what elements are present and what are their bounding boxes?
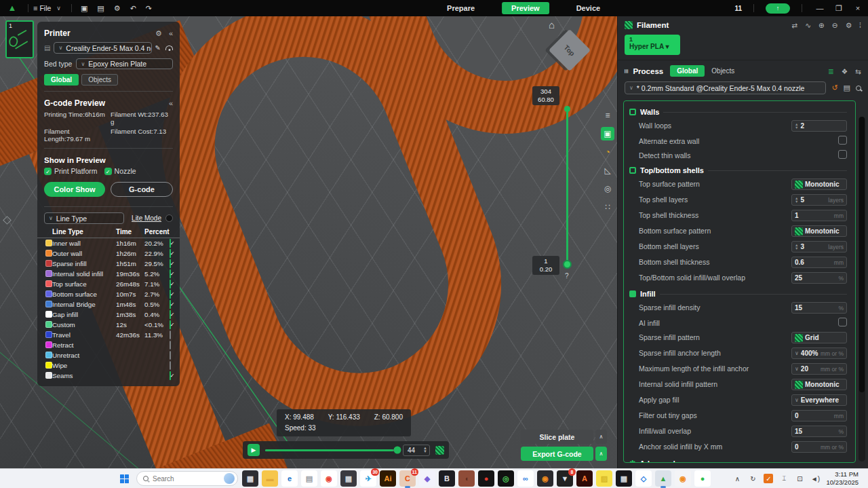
downloads-app[interactable]: ▼ 8 bbox=[557, 470, 573, 487]
search-highlight-icon[interactable] bbox=[224, 473, 235, 484]
photos-app[interactable]: ▦ bbox=[242, 470, 258, 487]
calculator[interactable]: ▦ bbox=[340, 470, 357, 487]
setting-input[interactable]: 1mm bbox=[791, 210, 847, 221]
setting-pattern-select[interactable]: Monotonic bbox=[791, 225, 847, 237]
save-icon[interactable]: ▤ bbox=[97, 4, 104, 13]
printer-settings-gear-icon[interactable]: ⚙ bbox=[155, 29, 162, 38]
taskbar-clock[interactable]: 3:11 PM 10/23/2025 bbox=[826, 470, 861, 487]
close-button[interactable]: × bbox=[852, 4, 864, 12]
setting-pattern-select[interactable]: Monotonic bbox=[791, 379, 847, 390]
layers-list-icon[interactable]: ≡ bbox=[601, 109, 614, 122]
telegram[interactable]: ✈ 30 bbox=[360, 470, 376, 487]
checkbox-icon[interactable] bbox=[104, 168, 112, 175]
setting-pattern-select[interactable]: Monotonic bbox=[791, 179, 847, 190]
parameter-table-icon[interactable]: ≣ bbox=[828, 67, 834, 75]
line-visibility-checkbox[interactable] bbox=[170, 371, 171, 380]
spinner-arrows-icon[interactable]: ▲▼ bbox=[795, 197, 798, 204]
setting-select[interactable]: ∨ 20mm or % bbox=[791, 363, 847, 375]
start-button[interactable] bbox=[117, 471, 132, 487]
maximize-button[interactable]: ❐ bbox=[833, 4, 845, 13]
blender[interactable]: ◉ bbox=[537, 470, 553, 487]
edit-printer-icon[interactable]: ✎ bbox=[155, 44, 161, 52]
color-show-button[interactable]: Color Show bbox=[44, 182, 105, 197]
recorder-app[interactable]: ● bbox=[478, 470, 494, 487]
meta-app[interactable]: ∞ bbox=[517, 470, 534, 487]
setting-select[interactable]: ∨ Everywhere bbox=[791, 394, 847, 406]
display-icon[interactable]: ⊡ bbox=[795, 474, 804, 483]
layer-slider-top-handle[interactable] bbox=[564, 106, 570, 112]
sphere-app[interactable]: ◖ bbox=[458, 470, 475, 487]
file-menu[interactable]: ≡ File bbox=[33, 4, 51, 12]
process-tab-objects[interactable]: Objects bbox=[705, 65, 741, 77]
step-spinner-icons[interactable]: ▲▼ bbox=[423, 447, 427, 453]
slice-options-caret[interactable]: ∧ bbox=[595, 430, 607, 444]
layer-slider-track[interactable] bbox=[566, 110, 568, 265]
redo-icon[interactable]: ↷ bbox=[146, 4, 152, 13]
settings-scrollbar[interactable] bbox=[859, 117, 865, 462]
checkbox-icon[interactable] bbox=[44, 168, 52, 175]
minimize-button[interactable]: — bbox=[814, 4, 826, 12]
grid-app[interactable]: ▦ bbox=[616, 470, 632, 487]
line-visibility-checkbox[interactable] bbox=[170, 259, 171, 268]
undo-icon[interactable]: ↶ bbox=[130, 4, 136, 13]
home-view-icon[interactable]: ⌂ bbox=[549, 19, 555, 31]
process-tab-global[interactable]: Global bbox=[670, 65, 705, 77]
green-app[interactable]: ● bbox=[694, 470, 711, 487]
setting-checkbox[interactable] bbox=[838, 150, 847, 159]
blender-2[interactable]: ◉ bbox=[675, 470, 691, 487]
volume-icon[interactable]: ◄) bbox=[810, 474, 820, 483]
printer-select[interactable]: ∨ Creality Ender-5 Max 0.4 no. bbox=[54, 42, 151, 54]
line-type-select[interactable]: ∨ Line Type bbox=[44, 212, 124, 224]
preset-sync-icon[interactable]: ⇆ bbox=[855, 67, 861, 75]
preset-edit-icon[interactable]: ❖ bbox=[842, 67, 848, 75]
setting-input[interactable]: 0mm bbox=[791, 410, 847, 421]
build-plate-icon[interactable]: ▣ bbox=[601, 127, 614, 140]
sticky-notes[interactable]: ▨ bbox=[596, 470, 612, 487]
help-icon[interactable]: ? bbox=[565, 272, 569, 280]
bed-type-select[interactable]: ∨ Epoxy Resin Plate bbox=[76, 58, 173, 69]
ramp-icon[interactable]: ◺ bbox=[601, 164, 614, 177]
layer-slider-bottom-handle[interactable] bbox=[563, 260, 572, 269]
line-visibility-checkbox[interactable] bbox=[170, 239, 171, 248]
step-value-input[interactable]: 44 ▲▼ bbox=[403, 445, 430, 456]
b-app[interactable]: B bbox=[439, 470, 455, 487]
apps-grid-icon[interactable]: ∷ bbox=[601, 200, 614, 214]
plate-thumbnail[interactable]: 1 bbox=[5, 20, 34, 58]
lite-mode-label[interactable]: Lite Mode bbox=[132, 214, 161, 222]
tab-global[interactable]: Global bbox=[44, 74, 79, 86]
setting-spinner[interactable]: ▲▼ 5layers bbox=[791, 194, 847, 206]
speed-gauge-icon[interactable]: ◔ bbox=[601, 145, 614, 159]
search-settings-icon[interactable] bbox=[856, 86, 861, 91]
mode-tab[interactable]: Device bbox=[567, 2, 610, 14]
tab-objects[interactable]: Objects bbox=[81, 74, 118, 86]
adobe-app[interactable]: A bbox=[576, 470, 593, 487]
setting-input[interactable]: 0mm or % bbox=[791, 441, 847, 453]
machine-gear-icon[interactable]: ◎ bbox=[601, 182, 614, 195]
save-preset-icon[interactable]: ▤ bbox=[844, 83, 850, 92]
notepad[interactable]: ▤ bbox=[301, 470, 317, 487]
filament-flush-icon[interactable]: ∿ bbox=[805, 21, 811, 29]
settings-gear-icon[interactable]: ⚙ bbox=[114, 4, 121, 13]
add-filament-icon[interactable]: ⊕ bbox=[818, 21, 825, 29]
setting-spinner[interactable]: ▲▼ 3layers bbox=[791, 241, 847, 252]
line-visibility-checkbox[interactable] bbox=[170, 341, 171, 350]
line-visibility-checkbox[interactable] bbox=[170, 331, 171, 339]
preview-toggle[interactable]: Print Platform bbox=[44, 167, 98, 175]
settings-section-header[interactable]: Infill bbox=[624, 286, 854, 300]
playback-slider-knob[interactable] bbox=[394, 447, 401, 454]
todo-check-icon[interactable]: ✓ bbox=[764, 474, 773, 483]
sync-icon[interactable]: ↻ bbox=[748, 474, 757, 483]
remove-filament-icon[interactable]: ⊖ bbox=[832, 21, 838, 29]
file-explorer[interactable]: ▬ bbox=[262, 470, 278, 487]
illustrator[interactable]: Ai bbox=[380, 470, 396, 487]
line-visibility-checkbox[interactable] bbox=[170, 361, 171, 370]
line-visibility-checkbox[interactable] bbox=[170, 310, 171, 319]
export-options-caret[interactable]: ∧ bbox=[595, 447, 607, 461]
setting-input[interactable]: 15% bbox=[791, 426, 847, 437]
setting-select[interactable]: ∨ 400%mm or % bbox=[791, 348, 847, 359]
3d-viewer[interactable]: ◇ bbox=[635, 470, 652, 487]
edge-browser[interactable]: e bbox=[281, 470, 298, 487]
taskbar-search[interactable] bbox=[136, 471, 238, 486]
setting-input[interactable]: 15% bbox=[791, 302, 847, 314]
play-button[interactable]: ▶ bbox=[248, 444, 260, 456]
